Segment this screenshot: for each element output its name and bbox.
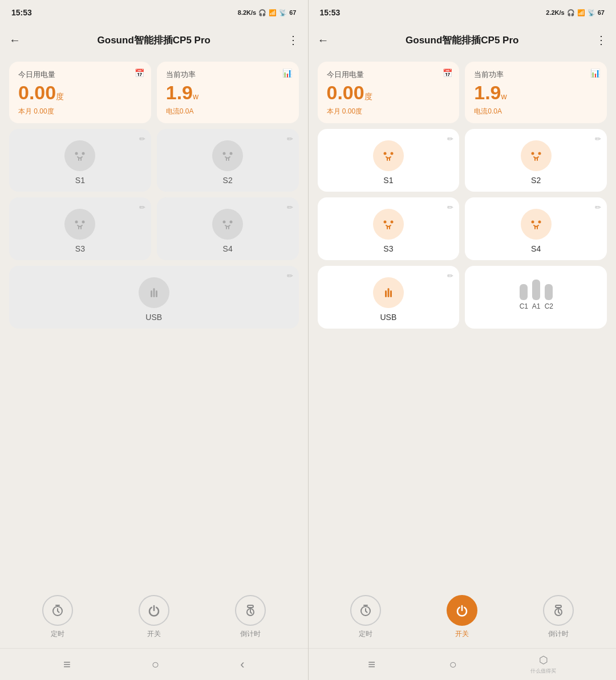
svg-point-34 [531,221,534,224]
nav-bar-left: ≡ ○ ‹ [0,648,308,680]
edit-icon-s2-left[interactable]: ✏ [287,135,293,143]
svg-point-5 [230,152,233,155]
menu-icon-right[interactable]: ≡ [368,657,375,672]
usb-icon-right [373,277,404,308]
ci-card-right[interactable]: C1 A1 C2 [465,266,607,329]
power-button-right[interactable]: 开关 [447,595,477,639]
right-panel: 15:53 2.2K/s 🎧 📶 📡 67 ← Gosund智能排插CP5 Pr… [309,0,617,680]
power-icon-right: 📊 [590,68,600,78]
timer-label-left: 定时 [51,629,64,639]
back-nav-icon-left[interactable]: ‹ [240,657,244,672]
current-left: 电流0.0A [166,107,290,116]
power-icon-left: 📊 [282,68,292,78]
today-energy-value-right: 0.00度 [327,82,451,103]
back-button-right[interactable]: ← [318,34,336,47]
svg-rect-39 [387,288,389,297]
wifi-icon: 📡 [279,9,287,17]
calendar-icon-left: 📅 [135,68,144,78]
socket-s2-left[interactable]: ✏ S2 [157,129,299,192]
socket-icon-s3-right [373,209,404,240]
socket-s2-right[interactable]: ✏ S2 [465,129,607,192]
back-button-left[interactable]: ← [9,34,27,47]
svg-rect-18 [156,290,157,297]
socket-s4-right[interactable]: ✏ S4 [465,197,607,260]
ci-port-a1 [532,280,540,300]
power-button-left[interactable]: 开关 [139,595,169,639]
menu-icon-left[interactable]: ≡ [63,657,71,672]
watermark-text: 什么值得买 [530,667,556,675]
home-icon-right[interactable]: ○ [449,657,457,672]
socket-s3-right[interactable]: ✏ S3 [318,197,460,260]
socket-s1-left[interactable]: ✏ S1 [9,129,151,192]
socket-grid-row1-right: ✏ S1 ✏ [318,129,607,192]
countdown-button-left[interactable]: 倒计时 [235,595,266,639]
socket-s3-left[interactable]: ✏ S3 [9,197,151,260]
energy-card-power-right: 📊 当前功率 1.9w 电流0.0A [465,62,607,123]
socket-label-s1-right: S1 [383,176,393,185]
socket-label-s3-left: S3 [75,244,85,253]
bt-icon: 🎧 [258,9,266,17]
more-button-left[interactable]: ⋮ [281,33,299,47]
usb-label-right: USB [380,313,396,322]
edit-icon-s4-left[interactable]: ✏ [287,203,293,212]
svg-rect-40 [390,290,392,297]
today-energy-title-left: 今日用电量 [18,70,142,80]
timer-button-left[interactable]: 定时 [42,595,73,639]
usb-label-left: USB [145,313,162,322]
svg-point-31 [390,221,393,224]
monthly-energy-left: 本月 0.00度 [18,107,142,116]
signal-icon: 📶 [269,9,277,17]
header-right: ← Gosund智能排插CP5 Pro ⋮ [309,25,617,55]
edit-icon-s3-left[interactable]: ✏ [139,203,145,212]
today-energy-value-left: 0.00度 [18,82,142,103]
socket-s1-right[interactable]: ✏ S1 [318,129,460,192]
socket-label-s4-right: S4 [531,244,541,253]
content-right: 📅 今日用电量 0.00度 本月 0.00度 📊 当前功率 1.9w 电流0.0… [309,55,617,589]
svg-point-9 [82,221,85,224]
status-icons-left: 8.2K/s 🎧 📶 📡 67 [238,9,297,17]
svg-rect-17 [153,288,155,297]
timer-button-right[interactable]: 定时 [350,595,381,639]
svg-point-4 [223,152,226,155]
home-icon-left[interactable]: ○ [152,657,159,672]
edit-icon-usb-left[interactable]: ✏ [287,272,293,280]
countdown-label-right: 倒计时 [548,629,569,639]
power-label-right: 开关 [455,629,469,639]
countdown-button-right[interactable]: 倒计时 [543,595,574,639]
more-button-right[interactable]: ⋮ [589,33,607,47]
power-value-left: 1.9w [166,82,290,103]
edit-icon-s2-right[interactable]: ✏ [595,135,601,143]
countdown-circle-right [543,595,574,626]
edit-icon-s1-right[interactable]: ✏ [447,135,453,143]
socket-label-s3-right: S3 [383,244,393,253]
energy-card-today-right: 📅 今日用电量 0.00度 本月 0.00度 [318,62,460,123]
usb-ci-row-right: ✏ USB C1 [318,266,607,329]
socket-grid-row2-right: ✏ S3 ✏ [318,197,607,260]
today-energy-title-right: 今日用电量 [327,70,451,80]
svg-point-27 [538,152,541,155]
content-left: 📅 今日用电量 0.00度 本月 0.00度 📊 当前功率 1.9w 电流0.0… [0,55,308,589]
usb-card-left[interactable]: ✏ USB [9,266,299,329]
usb-card-right[interactable]: ✏ USB [318,266,460,329]
monthly-energy-right: 本月 0.00度 [327,107,451,116]
usb-row-left: ✏ USB [9,266,299,329]
ci-port-c1 [520,284,528,300]
edit-icon-s4-right[interactable]: ✏ [595,203,601,212]
socket-icon-s3-left [64,209,95,240]
header-left: ← Gosund智能排插CP5 Pro ⋮ [0,25,308,55]
edit-icon-s3-right[interactable]: ✏ [447,203,453,212]
svg-point-35 [538,221,541,224]
socket-icon-s4-right [521,209,552,240]
nav-bar-right: ≡ ○ ⬡ 什么值得买 [309,648,617,680]
ci-label-c1: C1 [520,302,528,310]
ci-label-c2: C2 [545,302,553,310]
svg-point-30 [383,221,386,224]
edit-icon-usb-right[interactable]: ✏ [447,272,453,280]
socket-icon-s4-left [212,209,243,240]
socket-s4-left[interactable]: ✏ S4 [157,197,299,260]
edit-icon-s1-left[interactable]: ✏ [139,135,145,143]
status-icons-right: 2.2K/s 🎧 📶 📡 67 [546,9,605,17]
page-title-left: Gosund智能排插CP5 Pro [27,34,281,47]
socket-icon-s2-right [521,140,552,171]
timer-circle-left [42,595,73,626]
